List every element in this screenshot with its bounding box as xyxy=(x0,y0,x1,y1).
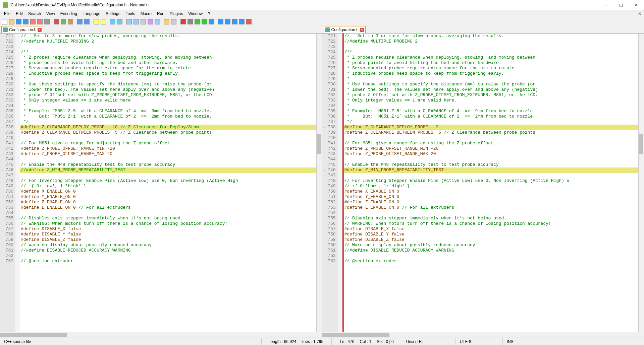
left-code-lines[interactable]: // Set to 3 or more for slow probes, ave… xyxy=(20,33,316,332)
right-editor[interactable]: 7217227237247257267277287297307317327337… xyxy=(322,33,644,332)
all-chars-button[interactable] xyxy=(147,18,154,25)
zoom-out-icon xyxy=(117,19,122,24)
replace-icon xyxy=(101,19,106,24)
right-pane: Configuration.h ✕ 7217227237247257267277… xyxy=(322,26,644,338)
redo-button[interactable] xyxy=(84,18,90,25)
left-vertical-scrollbar[interactable] xyxy=(316,33,322,332)
status-length: length : 66,924 xyxy=(270,339,296,344)
right-tab-strip: Configuration.h ✕ xyxy=(322,26,644,33)
right-horizontal-scrollbar[interactable] xyxy=(322,332,644,338)
file-icon xyxy=(3,27,8,32)
left-editor[interactable]: 7217227237247257267277287297307317327337… xyxy=(0,33,322,332)
menu-search[interactable]: Search xyxy=(25,11,44,17)
save-button[interactable] xyxy=(15,18,22,25)
close-all-button[interactable] xyxy=(37,18,43,25)
replace-button[interactable] xyxy=(100,18,107,25)
spell-icon xyxy=(246,19,252,24)
right-vertical-scrollbar[interactable] xyxy=(638,33,644,332)
find-icon xyxy=(94,19,99,24)
undo-icon xyxy=(77,19,83,24)
status-eol[interactable]: Unix (LF) xyxy=(402,338,456,345)
save-macro-button[interactable] xyxy=(208,18,215,25)
diff-first-icon xyxy=(218,19,223,24)
status-bar: C++ source file length : 66,924lines : 1… xyxy=(0,338,644,345)
save-all-button[interactable] xyxy=(22,18,29,25)
menu-run[interactable]: Run xyxy=(154,11,167,17)
record-button[interactable] xyxy=(180,18,186,25)
menu-[interactable]: ? xyxy=(205,11,213,17)
new-icon xyxy=(2,19,7,24)
diff-prev-button[interactable] xyxy=(224,18,231,25)
monitor-button[interactable] xyxy=(170,18,177,25)
cut-button[interactable] xyxy=(53,18,60,25)
copy-icon xyxy=(61,19,66,24)
indent-guide-icon xyxy=(155,19,160,24)
wrap-button[interactable] xyxy=(140,18,147,25)
print-button[interactable] xyxy=(44,18,50,25)
right-tab[interactable]: Configuration.h ✕ xyxy=(324,26,366,33)
menu-window[interactable]: Window xyxy=(185,11,205,17)
play-multi-button[interactable] xyxy=(201,18,208,25)
menu-edit[interactable]: Edit xyxy=(13,11,25,17)
redo-icon xyxy=(84,19,90,24)
diff-first-button[interactable] xyxy=(217,18,224,25)
tab-close-icon[interactable]: ✕ xyxy=(360,28,364,32)
play-icon xyxy=(195,19,200,24)
right-tab-label: Configuration.h xyxy=(331,27,359,32)
menu-encoding[interactable]: Encoding xyxy=(58,11,80,17)
open-icon xyxy=(9,19,14,24)
left-tab-strip: Configuration.h ✕ xyxy=(0,26,322,33)
paste-button[interactable] xyxy=(67,18,74,25)
play-button[interactable] xyxy=(194,18,201,25)
left-tab[interactable]: Configuration.h ✕ xyxy=(1,26,43,33)
close-button[interactable]: ✕ xyxy=(629,0,644,10)
diff-prev-icon xyxy=(225,19,230,24)
zoom-in-button[interactable] xyxy=(109,18,116,25)
menu-language[interactable]: Language xyxy=(80,11,103,17)
status-sel: Sel : 0 | 0 xyxy=(377,339,393,344)
tab-close-icon[interactable]: ✕ xyxy=(38,28,42,32)
undo-button[interactable] xyxy=(76,18,83,25)
menu-plugins[interactable]: Plugins xyxy=(167,11,185,17)
status-encoding[interactable]: UTF-8 xyxy=(456,338,503,345)
sync-v-button[interactable] xyxy=(126,18,132,25)
sync-h-button[interactable] xyxy=(133,18,140,25)
menu-close-x[interactable]: ✕ xyxy=(637,11,643,16)
left-horizontal-scrollbar[interactable] xyxy=(0,332,322,338)
wrap-icon xyxy=(141,19,146,24)
diff-last-button[interactable] xyxy=(238,18,245,25)
right-fold-column[interactable]: - xyxy=(338,33,342,332)
status-insert-mode[interactable]: INS xyxy=(503,338,523,345)
left-tab-label: Configuration.h xyxy=(9,27,36,32)
status-lines: lines : 1,795 xyxy=(302,339,323,344)
lang-button[interactable] xyxy=(163,18,170,25)
stop-button[interactable] xyxy=(187,18,194,25)
diff-next-button[interactable] xyxy=(231,18,238,25)
maximize-button[interactable]: ▢ xyxy=(613,0,629,10)
left-fold-column[interactable]: - xyxy=(15,33,20,332)
new-button[interactable] xyxy=(1,18,8,25)
zoom-out-button[interactable] xyxy=(116,18,123,25)
toolbar xyxy=(0,17,644,26)
open-button[interactable] xyxy=(8,18,15,25)
save-all-icon xyxy=(23,19,29,24)
right-code-lines[interactable]: // Set to 3 or more for slow probes, ave… xyxy=(344,33,639,332)
diff-next-icon xyxy=(232,19,237,24)
menu-view[interactable]: View xyxy=(44,11,58,17)
menu-tools[interactable]: Tools xyxy=(123,11,138,17)
sync-h-icon xyxy=(133,19,139,24)
close-button[interactable] xyxy=(30,18,36,25)
copy-button[interactable] xyxy=(60,18,67,25)
minimize-button[interactable]: ─ xyxy=(598,0,613,10)
status-col: Col : 1 xyxy=(360,339,372,344)
zoom-in-icon xyxy=(110,19,115,24)
left-line-numbers: 7217227237247257267277287297307317327337… xyxy=(0,33,15,332)
file-icon xyxy=(325,27,330,32)
left-pane: Configuration.h ✕ 7217227237247257267277… xyxy=(0,26,322,338)
indent-guide-button[interactable] xyxy=(154,18,161,25)
find-button[interactable] xyxy=(93,18,100,25)
menu-settings[interactable]: Settings xyxy=(103,11,123,17)
spell-button[interactable] xyxy=(246,18,252,25)
menu-file[interactable]: File xyxy=(1,11,13,17)
menu-macro[interactable]: Macro xyxy=(138,11,154,17)
